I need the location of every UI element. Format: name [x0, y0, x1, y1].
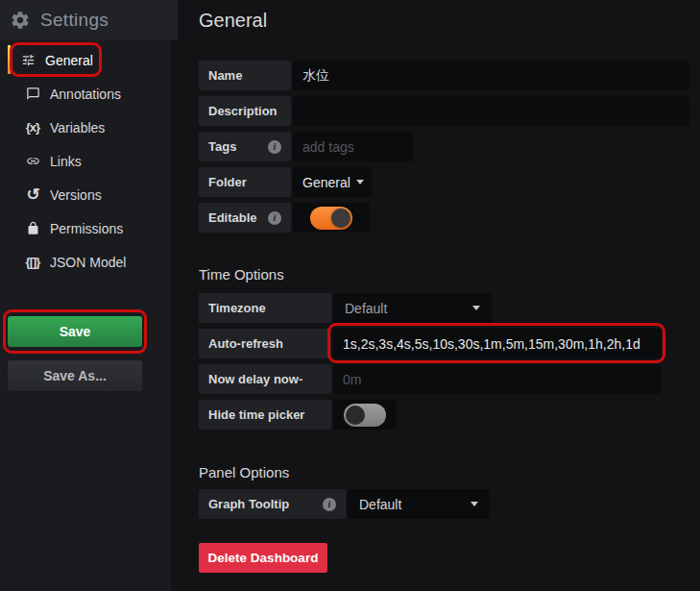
gear-icon	[10, 10, 31, 31]
folder-dropdown[interactable]: General	[293, 167, 372, 197]
comment-icon	[24, 86, 41, 101]
auto-refresh-label: Auto-refresh	[199, 329, 331, 358]
info-icon[interactable]: i	[268, 211, 281, 225]
now-delay-input[interactable]	[333, 364, 661, 394]
tags-row: Tags i	[199, 132, 413, 161]
editable-label: Editable i	[199, 203, 291, 233]
tags-label: Tags i	[199, 132, 291, 161]
description-label: Description	[199, 96, 291, 126]
editable-toggle[interactable]	[293, 203, 370, 233]
graph-tooltip-value: Default	[359, 497, 401, 512]
variables-icon: {x}	[24, 120, 41, 135]
now-delay-row: Now delay now-	[199, 364, 661, 394]
folder-value: General	[302, 175, 350, 190]
chevron-down-icon	[471, 502, 478, 506]
tags-input[interactable]	[293, 132, 413, 161]
timezone-dropdown[interactable]: Default	[333, 293, 492, 323]
editable-label-text: Editable	[208, 210, 257, 225]
sidebar-item-general[interactable]: General	[0, 43, 171, 77]
panel-options-heading: Panel Options	[199, 464, 289, 480]
editable-row: Editable i	[199, 203, 370, 233]
sidebar-title: Settings	[40, 10, 109, 31]
description-input[interactable]	[293, 96, 689, 126]
sidebar-item-links[interactable]: Links	[0, 144, 171, 178]
info-icon[interactable]: i	[268, 140, 281, 154]
tags-label-text: Tags	[208, 139, 236, 154]
folder-row: Folder General	[199, 167, 372, 197]
dashboard-settings-page: Settings General Annotations {x} Variabl…	[0, 0, 700, 591]
name-row: Name	[199, 61, 689, 90]
json-icon: {[]}	[24, 255, 41, 269]
auto-refresh-input[interactable]	[333, 329, 661, 358]
sidebar-item-label: Links	[50, 154, 82, 169]
chevron-down-icon	[472, 306, 480, 310]
sidebar-item-annotations[interactable]: Annotations	[0, 77, 171, 111]
graph-tooltip-label-text: Graph Tooltip	[208, 497, 289, 511]
graph-tooltip-dropdown[interactable]: Default	[348, 489, 490, 519]
hide-time-picker-toggle[interactable]	[333, 400, 397, 430]
sidebar-item-label: Versions	[50, 187, 102, 203]
name-label: Name	[199, 61, 291, 90]
now-delay-label: Now delay now-	[199, 364, 331, 394]
timezone-row: Timezone Default	[199, 293, 492, 323]
hide-time-picker-row: Hide time picker	[199, 400, 397, 430]
save-button[interactable]: Save	[8, 316, 142, 347]
lock-icon	[24, 221, 41, 235]
history-icon: ↺	[24, 186, 41, 203]
chevron-down-icon	[356, 180, 364, 185]
link-icon	[24, 154, 41, 168]
timezone-label: Timezone	[199, 293, 331, 323]
delete-dashboard-button[interactable]: Delete Dashboard	[199, 543, 327, 573]
sidebar-item-json-model[interactable]: {[]} JSON Model	[0, 245, 171, 279]
timezone-value: Default	[345, 301, 387, 316]
sidebar-item-label: JSON Model	[50, 255, 126, 270]
folder-label: Folder	[199, 167, 291, 197]
sidebar-item-label: Annotations	[50, 86, 121, 102]
page-title: General	[199, 10, 267, 32]
sidebar-item-versions[interactable]: ↺ Versions	[0, 178, 171, 211]
time-options-heading: Time Options	[199, 266, 284, 283]
sidebar-item-label: Variables	[50, 120, 105, 135]
graph-tooltip-label: Graph Tooltip i	[199, 489, 346, 519]
name-input[interactable]	[293, 61, 689, 90]
sidebar-item-label: Permissions	[50, 221, 123, 236]
sidebar-item-label: General	[45, 53, 93, 68]
sidebar-header: Settings	[0, 0, 178, 40]
settings-sidebar: Settings General Annotations {x} Variabl…	[0, 0, 171, 591]
sidebar-item-variables[interactable]: {x} Variables	[0, 111, 171, 144]
hide-time-picker-label: Hide time picker	[199, 400, 331, 430]
sidebar-item-permissions[interactable]: Permissions	[0, 211, 171, 245]
auto-refresh-row: Auto-refresh	[199, 329, 661, 358]
info-icon[interactable]: i	[323, 498, 336, 511]
save-as-button[interactable]: Save As...	[8, 360, 142, 391]
description-row: Description	[199, 96, 689, 126]
graph-tooltip-row: Graph Tooltip i Default	[199, 489, 490, 519]
sliders-icon	[19, 53, 36, 67]
settings-nav: General Annotations {x} Variables Links …	[0, 43, 171, 279]
